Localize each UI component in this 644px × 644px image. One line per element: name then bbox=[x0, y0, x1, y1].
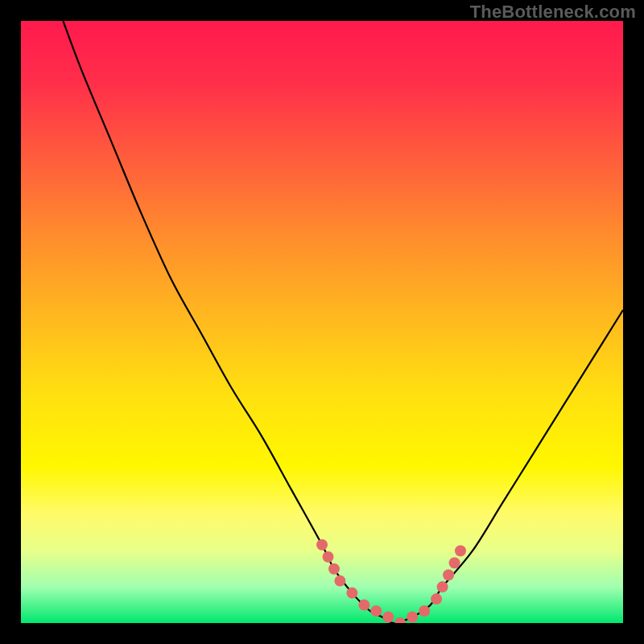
trough-marker bbox=[443, 569, 454, 580]
trough-marker bbox=[455, 545, 466, 556]
plot-area bbox=[21, 21, 623, 623]
trough-markers-group bbox=[316, 539, 466, 623]
trough-marker bbox=[316, 539, 328, 551]
trough-marker bbox=[358, 600, 369, 611]
trough-marker bbox=[334, 576, 345, 587]
bottleneck-curve bbox=[63, 21, 623, 623]
trough-marker bbox=[449, 557, 460, 568]
trough-marker bbox=[394, 617, 406, 623]
chart-container: TheBottleneck.com bbox=[0, 0, 644, 644]
trough-marker bbox=[437, 581, 448, 592]
bottleneck-curve-svg bbox=[21, 21, 623, 623]
trough-marker bbox=[346, 588, 357, 599]
trough-marker bbox=[419, 605, 430, 617]
trough-marker bbox=[323, 551, 334, 563]
trough-marker bbox=[370, 605, 382, 617]
trough-marker bbox=[407, 612, 418, 623]
trough-marker bbox=[328, 564, 340, 575]
trough-marker bbox=[382, 612, 394, 623]
trough-marker bbox=[431, 593, 442, 605]
watermark-label: TheBottleneck.com bbox=[470, 2, 636, 23]
